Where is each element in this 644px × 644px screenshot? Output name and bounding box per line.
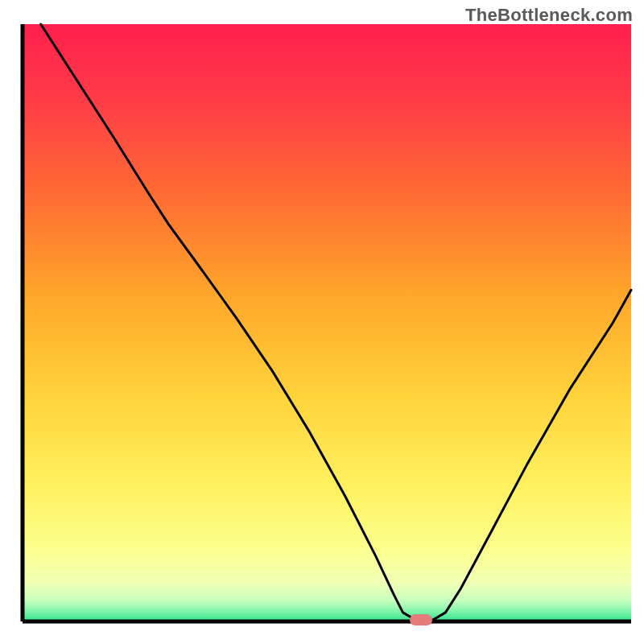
- optimal-marker: [410, 614, 432, 625]
- plot-svg: [0, 0, 644, 644]
- bottleneck-chart: TheBottleneck.com: [0, 0, 644, 644]
- gradient-background: [23, 24, 631, 621]
